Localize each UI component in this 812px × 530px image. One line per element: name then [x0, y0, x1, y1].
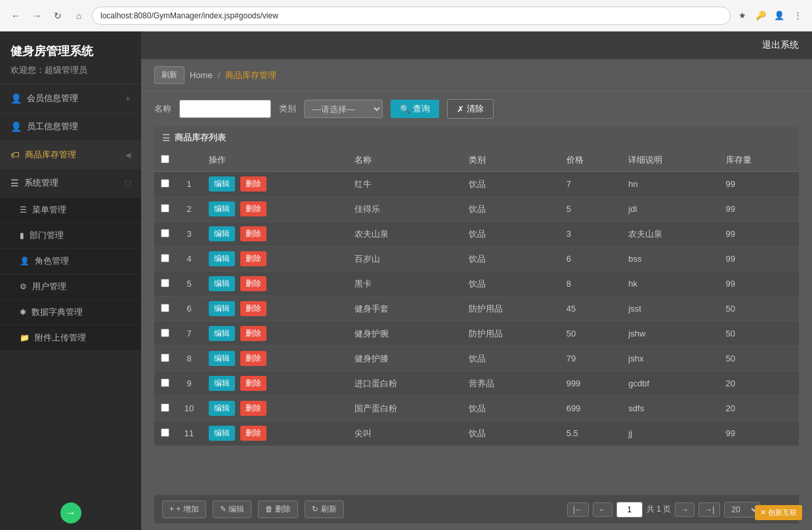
- sidebar-label-dict: 数据字典管理: [32, 306, 83, 318]
- row-checkbox[interactable]: [161, 254, 169, 262]
- delete-btn[interactable]: 删除: [240, 401, 267, 416]
- delete-btn[interactable]: 删除: [240, 301, 267, 316]
- row-checkbox[interactable]: [161, 179, 169, 188]
- select-all-checkbox[interactable]: [161, 155, 169, 163]
- trash-icon: 🗑: [265, 504, 273, 514]
- row-name: 国产蛋白粉: [348, 396, 463, 421]
- delete-btn[interactable]: 删除: [240, 351, 267, 366]
- sidebar-item-member[interactable]: 👤 会员信息管理 +: [0, 85, 141, 113]
- sidebar-item-system[interactable]: ☰ 系统管理 □: [0, 169, 141, 197]
- back-btn[interactable]: ←: [8, 8, 24, 24]
- th-category: 类别: [462, 149, 559, 172]
- row-checkbox-cell: [154, 172, 176, 197]
- menu-mgmt-icon: ☰: [20, 205, 27, 214]
- sidebar-label-member: 会员信息管理: [27, 92, 78, 104]
- sidebar-item-dict[interactable]: ✱ 数据字典管理: [0, 300, 141, 325]
- row-checkbox-cell: [154, 396, 176, 421]
- data-table: 操作 名称 类别 价格 详细说明 库存量 1: [154, 149, 799, 446]
- sidebar-item-menu[interactable]: ☰ 菜单管理: [0, 197, 141, 223]
- edit-btn[interactable]: 编辑: [209, 351, 235, 366]
- row-num: 9: [176, 371, 202, 396]
- home-btn[interactable]: ⌂: [71, 8, 87, 24]
- row-actions: 编辑 删除: [202, 396, 348, 421]
- refresh-breadcrumb-btn[interactable]: 刷新: [154, 66, 184, 84]
- edit-btn[interactable]: 编辑: [209, 176, 235, 192]
- row-name: 黑卡: [348, 272, 463, 296]
- breadcrumb-sep: /: [218, 70, 221, 80]
- delete-btn[interactable]: 删除: [240, 326, 267, 341]
- bottom-delete-btn[interactable]: 🗑 删除: [258, 500, 298, 518]
- times-icon: ✗: [457, 104, 464, 114]
- next-page-btn[interactable]: →: [675, 502, 694, 517]
- first-page-btn[interactable]: |←: [567, 502, 589, 517]
- menu-icon[interactable]: ⋮: [791, 9, 804, 22]
- edit-btn[interactable]: 编辑: [209, 401, 235, 416]
- url-bar[interactable]: [92, 7, 731, 25]
- row-checkbox[interactable]: [161, 378, 169, 387]
- user-icon[interactable]: 👤: [773, 9, 786, 22]
- row-stock: 99: [719, 222, 799, 247]
- collapse-btn[interactable]: →: [60, 502, 81, 523]
- sidebar-item-user[interactable]: ⚙ 用户管理: [0, 274, 141, 300]
- row-checkbox-cell: [154, 371, 176, 396]
- edit-btn[interactable]: 编辑: [209, 201, 235, 216]
- sidebar-item-attach[interactable]: 📁 附件上传管理: [0, 325, 141, 351]
- delete-btn[interactable]: 删除: [240, 426, 267, 441]
- content-area: 刷新 Home / 商品库存管理 名称 类别 —请选择— 饮品 防护用品 营养品…: [141, 60, 812, 530]
- row-checkbox[interactable]: [161, 428, 169, 437]
- row-price: 3: [560, 222, 622, 247]
- delete-btn[interactable]: 删除: [240, 276, 267, 291]
- edit-btn[interactable]: 编辑: [209, 376, 235, 391]
- key-icon[interactable]: 🔑: [754, 9, 767, 22]
- delete-btn[interactable]: 删除: [240, 376, 267, 391]
- sidebar-item-goods[interactable]: 🏷 商品库存管理 ◀: [0, 141, 141, 169]
- row-checkbox[interactable]: [161, 204, 169, 213]
- delete-btn[interactable]: 删除: [240, 226, 267, 241]
- sidebar-item-dept[interactable]: ▮ 部门管理: [0, 223, 141, 249]
- add-btn[interactable]: + + 增加: [162, 500, 206, 518]
- delete-btn[interactable]: 删除: [240, 201, 267, 216]
- row-desc: jshw: [622, 321, 719, 346]
- clear-btn[interactable]: ✗ 清除: [447, 99, 494, 119]
- row-category: 饮品: [462, 272, 559, 296]
- delete-btn[interactable]: 删除: [240, 176, 267, 192]
- name-input[interactable]: [179, 100, 271, 118]
- prev-page-btn[interactable]: ←: [593, 502, 612, 517]
- row-price: 999: [560, 371, 622, 396]
- list-icon: ☰: [162, 132, 171, 143]
- row-checkbox[interactable]: [161, 329, 169, 337]
- category-select[interactable]: —请选择— 饮品 防护用品 营养品: [304, 100, 383, 118]
- row-category: 饮品: [462, 396, 559, 421]
- search-bar: 名称 类别 —请选择— 饮品 防护用品 营养品 🔍 查询 ✗ 清除: [141, 91, 812, 127]
- forward-btn[interactable]: →: [29, 8, 45, 24]
- edit-btn[interactable]: 编辑: [209, 301, 235, 316]
- row-checkbox[interactable]: [161, 304, 169, 312]
- table-row: 2 编辑 删除 佳得乐 饮品 5 jdl 99: [154, 197, 799, 222]
- sidebar-header: 健身房管理系统 欢迎您：超级管理员: [0, 31, 141, 85]
- page-input[interactable]: [616, 502, 643, 518]
- row-checkbox-cell: [154, 272, 176, 296]
- bottom-refresh-btn[interactable]: ↻ 刷新: [305, 500, 343, 518]
- bottom-edit-label: 编辑: [228, 504, 244, 514]
- row-checkbox[interactable]: [161, 403, 169, 412]
- breadcrumb-current[interactable]: 商品库存管理: [225, 70, 276, 81]
- bookmark-icon[interactable]: ★: [736, 9, 749, 22]
- edit-btn[interactable]: 编辑: [209, 326, 235, 341]
- delete-btn[interactable]: 删除: [240, 251, 267, 266]
- row-checkbox[interactable]: [161, 229, 169, 237]
- row-checkbox[interactable]: [161, 354, 169, 362]
- last-page-btn[interactable]: →|: [698, 502, 720, 517]
- sidebar-item-role[interactable]: 👤 角色管理: [0, 249, 141, 274]
- row-checkbox-cell: [154, 296, 176, 321]
- query-btn[interactable]: 🔍 查询: [391, 100, 439, 118]
- logout-btn[interactable]: 退出系统: [762, 39, 799, 51]
- edit-btn[interactable]: 编辑: [209, 251, 235, 266]
- reload-btn[interactable]: ↻: [50, 8, 66, 24]
- bottom-edit-btn[interactable]: ✎ 编辑: [213, 500, 251, 518]
- edit-btn[interactable]: 编辑: [209, 276, 235, 291]
- row-checkbox[interactable]: [161, 279, 169, 287]
- edit-btn[interactable]: 编辑: [209, 426, 235, 441]
- edit-btn[interactable]: 编辑: [209, 226, 235, 241]
- sidebar-item-staff[interactable]: 👤 员工信息管理: [0, 113, 141, 141]
- row-stock: 20: [719, 371, 799, 396]
